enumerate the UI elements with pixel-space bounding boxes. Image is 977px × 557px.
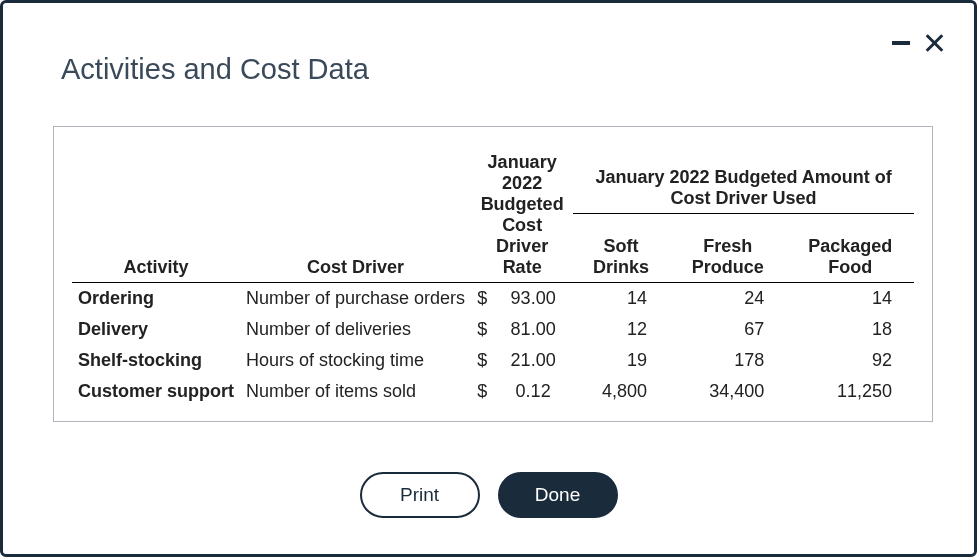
cell-packaged: 92 [786,345,914,376]
table-body: Ordering Number of purchase orders $ 93.… [72,283,914,408]
data-table-frame: Activity Cost Driver January 2022 Budget… [53,126,933,422]
button-row: Print Done [53,472,924,518]
cell-fresh: 67 [669,314,786,345]
cell-activity: Ordering [72,283,240,315]
cell-currency: $ [471,345,493,376]
col-header-packaged-food: Packaged Food [786,214,914,283]
col-header-fresh-produce: Fresh Produce [669,214,786,283]
col-header-activity: Activity [72,147,240,283]
table-row: Ordering Number of purchase orders $ 93.… [72,283,914,315]
cell-currency: $ [471,314,493,345]
cell-fresh: 178 [669,345,786,376]
modal-dialog: Activities and Cost Data Activity Cost D… [0,0,977,557]
cell-soft: 12 [573,314,669,345]
cell-currency: $ [471,376,493,407]
cell-packaged: 14 [786,283,914,315]
col-header-rate: January 2022 Budgeted Cost Driver Rate [471,147,573,283]
cell-activity: Customer support [72,376,240,407]
col-header-cost-driver: Cost Driver [240,147,471,283]
cell-driver: Number of deliveries [240,314,471,345]
page-title: Activities and Cost Data [61,53,924,86]
cell-activity: Shelf-stocking [72,345,240,376]
close-icon[interactable] [924,33,944,53]
col-header-group: January 2022 Budgeted Amount of Cost Dri… [573,147,914,214]
cell-activity: Delivery [72,314,240,345]
cell-driver: Number of items sold [240,376,471,407]
cell-driver: Number of purchase orders [240,283,471,315]
minimize-icon[interactable] [892,41,910,45]
cell-fresh: 34,400 [669,376,786,407]
cell-rate: 21.00 [493,345,573,376]
cost-data-table: Activity Cost Driver January 2022 Budget… [72,147,914,407]
print-button[interactable]: Print [360,472,480,518]
cell-soft: 4,800 [573,376,669,407]
window-controls [892,33,944,53]
cell-rate: 81.00 [493,314,573,345]
cell-packaged: 11,250 [786,376,914,407]
cell-soft: 14 [573,283,669,315]
cell-currency: $ [471,283,493,315]
done-button[interactable]: Done [498,472,618,518]
cell-packaged: 18 [786,314,914,345]
table-row: Shelf-stocking Hours of stocking time $ … [72,345,914,376]
col-header-soft-drinks: Soft Drinks [573,214,669,283]
cell-driver: Hours of stocking time [240,345,471,376]
cell-rate: 0.12 [493,376,573,407]
table-row: Customer support Number of items sold $ … [72,376,914,407]
cell-rate: 93.00 [493,283,573,315]
cell-fresh: 24 [669,283,786,315]
table-row: Delivery Number of deliveries $ 81.00 12… [72,314,914,345]
cell-soft: 19 [573,345,669,376]
